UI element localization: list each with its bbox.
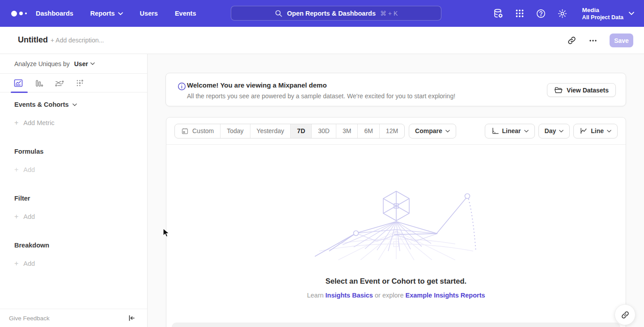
insights-basics-link[interactable]: Insights Basics (326, 292, 373, 299)
interval-selector-button[interactable]: Day (538, 124, 570, 138)
chevron-down-icon (118, 12, 123, 15)
range-3m[interactable]: 3M (336, 124, 358, 138)
add-filter-button[interactable]: +Add (14, 212, 147, 221)
add-formula-button[interactable]: +Add (14, 165, 147, 174)
chevron-down-icon (90, 62, 95, 65)
empty-state-title: Select an Event or Cohort to get started… (326, 277, 466, 285)
range-yesterday[interactable]: Yesterday (250, 124, 291, 138)
tab-insights-line[interactable] (13, 78, 24, 88)
axes-icon (491, 127, 499, 135)
folder-icon (554, 86, 563, 94)
nav-events[interactable]: Events (175, 6, 196, 21)
report-header-bar: Untitled + Add description... Save (0, 27, 644, 54)
project-name: Media (582, 6, 623, 14)
query-builder-sidebar: Analyze Uniques by User Events & Cohorts… (0, 54, 148, 327)
project-scope: All Project Data (582, 14, 623, 21)
nav-reports[interactable]: Reports (90, 6, 123, 21)
scale-selector-button[interactable]: Linear (485, 124, 535, 138)
search-placeholder: Open Reports & Dashboards (287, 10, 376, 17)
chart-type-selector-button[interactable]: Line (573, 124, 618, 138)
share-link-fab[interactable] (614, 304, 636, 325)
project-switcher[interactable]: Media All Project Data (582, 6, 634, 21)
tab-flow[interactable] (54, 78, 65, 88)
banner-title: Welcome! You are viewing a Mixpanel demo (187, 81, 327, 89)
banner-body: All the reports you see are powered by a… (187, 92, 455, 100)
main-content: Welcome! You are viewing a Mixpanel demo… (148, 54, 644, 327)
settings-gear-icon[interactable] (557, 8, 568, 19)
report-description-placeholder[interactable]: + Add description... (51, 37, 104, 44)
analyze-uniques-row: Analyze Uniques by User (0, 54, 147, 74)
line-chart-icon (580, 127, 588, 135)
view-datasets-button[interactable]: View Datasets (547, 83, 616, 97)
give-feedback-link[interactable]: Give Feedback (9, 315, 50, 322)
sidebar-footer: Give Feedback (0, 309, 147, 327)
range-12m[interactable]: 12M (380, 124, 404, 138)
example-insights-reports-link[interactable]: Example Insights Reports (405, 292, 485, 299)
chevron-down-icon (559, 130, 564, 133)
nav-right-actions: Media All Project Data (493, 0, 634, 27)
data-management-icon[interactable] (493, 8, 504, 19)
events-cohorts-header[interactable]: Events & Cohorts (14, 100, 147, 109)
top-navigation: Dashboards Reports Users Events Open Rep… (0, 0, 644, 27)
plus-icon: + (14, 259, 18, 268)
info-icon (178, 82, 186, 91)
plus-icon: + (14, 165, 18, 174)
apps-grid-icon[interactable] (514, 8, 525, 19)
chevron-down-icon (524, 130, 529, 133)
tab-bar-chart[interactable] (34, 78, 44, 88)
visualization-tabs (0, 74, 147, 92)
main-nav: Dashboards Reports Users Events (36, 6, 213, 21)
plus-icon: + (14, 118, 18, 127)
range-custom[interactable]: Custom (175, 124, 220, 138)
empty-state-illustration (311, 189, 481, 260)
chevron-down-icon (445, 130, 450, 133)
report-toolbar: Custom Today Yesterday 7D 30D 3M 6M 12M … (166, 117, 626, 145)
mixpanel-logo[interactable] (11, 11, 31, 17)
range-6m[interactable]: 6M (358, 124, 379, 138)
analyze-by-dropdown[interactable]: User (74, 60, 95, 67)
breakdown-header: Breakdown (14, 241, 147, 250)
chevron-down-icon (72, 103, 77, 106)
empty-state-links: Learn Insights Basics or explore Example… (307, 292, 485, 299)
results-table-peek (172, 323, 620, 327)
link-icon (621, 310, 630, 319)
formulas-header: Formulas (14, 147, 147, 156)
chevron-down-icon (629, 12, 634, 15)
range-30d[interactable]: 30D (312, 124, 336, 138)
nav-dashboards[interactable]: Dashboards (36, 6, 73, 21)
active-tab-indicator (11, 92, 28, 93)
chevron-down-icon (607, 130, 611, 133)
save-button[interactable]: Save (610, 34, 633, 47)
copy-link-icon[interactable] (567, 36, 576, 46)
insights-report-card: Custom Today Yesterday 7D 30D 3M 6M 12M … (166, 117, 626, 327)
search-icon (275, 9, 283, 17)
calendar-icon (181, 127, 189, 135)
analyze-label: Analyze Uniques by (14, 60, 70, 67)
report-title[interactable]: Untitled (18, 35, 48, 45)
demo-welcome-banner: Welcome! You are viewing a Mixpanel demo… (165, 73, 626, 106)
nav-users[interactable]: Users (140, 6, 158, 21)
empty-state: Select an Event or Cohort to get started… (166, 145, 626, 299)
search-input[interactable]: Open Reports & Dashboards ⌘ + K (231, 6, 441, 21)
compare-button[interactable]: Compare (409, 124, 456, 138)
range-today[interactable]: Today (220, 124, 250, 138)
help-icon[interactable] (536, 8, 547, 19)
range-7d[interactable]: 7D (291, 124, 312, 138)
filter-header: Filter (14, 194, 147, 203)
more-options-icon[interactable] (588, 36, 598, 46)
plus-icon: + (14, 212, 18, 221)
collapse-sidebar-icon[interactable] (127, 314, 136, 323)
date-range-control: Custom Today Yesterday 7D 30D 3M 6M 12M (174, 124, 405, 138)
tab-retention-grid[interactable] (75, 78, 85, 88)
add-breakdown-button[interactable]: +Add (14, 259, 147, 268)
search-shortcut: ⌘ + K (380, 10, 398, 17)
add-metric-button[interactable]: +Add Metric (14, 118, 147, 127)
